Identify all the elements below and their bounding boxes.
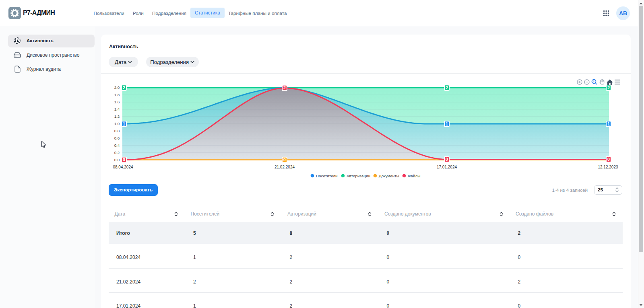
svg-text:1.8: 1.8 xyxy=(114,92,120,97)
svg-text:0: 0 xyxy=(123,157,125,162)
svg-text:Документы: Документы xyxy=(379,174,399,178)
svg-text:1.4: 1.4 xyxy=(114,107,120,111)
svg-text:0: 0 xyxy=(607,157,610,162)
svg-text:1.0: 1.0 xyxy=(114,121,120,126)
svg-text:17.01.2024: 17.01.2024 xyxy=(437,165,457,169)
svg-text:Авторизации: Авторизации xyxy=(347,174,370,178)
svg-text:0: 0 xyxy=(446,157,448,162)
svg-text:0.8: 0.8 xyxy=(114,129,120,133)
svg-text:2.0: 2.0 xyxy=(114,85,120,90)
svg-text:1: 1 xyxy=(446,121,448,126)
svg-text:1.6: 1.6 xyxy=(114,100,120,104)
svg-text:Файлы: Файлы xyxy=(408,174,420,178)
svg-text:08.04.2024: 08.04.2024 xyxy=(113,165,133,169)
svg-text:2: 2 xyxy=(283,85,286,90)
svg-text:12.12.2023: 12.12.2023 xyxy=(598,165,618,169)
svg-text:2: 2 xyxy=(607,85,610,90)
svg-text:0.4: 0.4 xyxy=(114,143,120,148)
svg-text:1.2: 1.2 xyxy=(114,114,120,119)
svg-text:21.02.2024: 21.02.2024 xyxy=(275,165,295,169)
svg-text:1: 1 xyxy=(123,121,125,126)
svg-text:Посетители: Посетители xyxy=(316,174,338,178)
svg-text:0.6: 0.6 xyxy=(114,136,120,140)
svg-text:2: 2 xyxy=(123,85,125,90)
svg-text:0: 0 xyxy=(283,157,286,162)
svg-text:0.0: 0.0 xyxy=(114,158,120,162)
svg-text:2: 2 xyxy=(446,85,448,90)
svg-text:0.2: 0.2 xyxy=(114,150,120,155)
svg-text:1: 1 xyxy=(607,121,610,126)
